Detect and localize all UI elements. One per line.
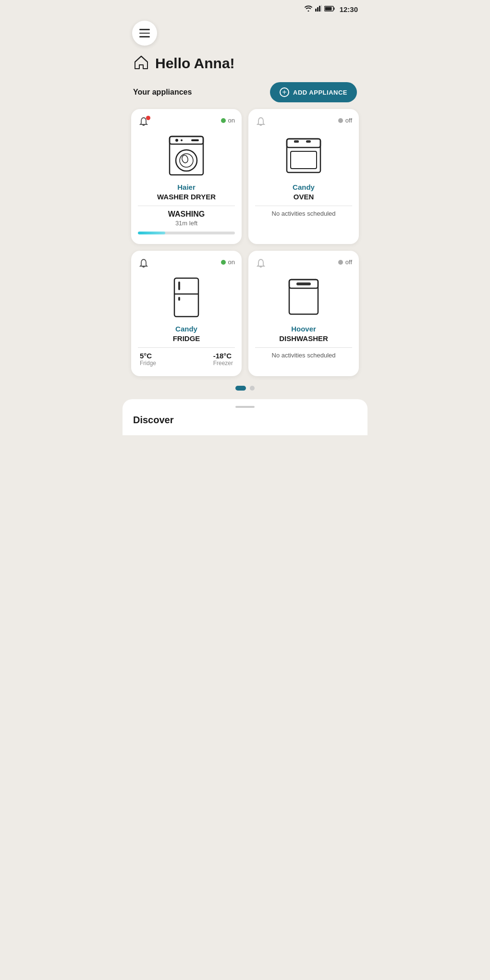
card-divider-dishwasher	[255, 347, 352, 348]
card-divider	[138, 206, 235, 206]
menu-line-3	[139, 36, 150, 37]
svg-rect-20	[306, 140, 311, 143]
fridge-icon-area	[138, 276, 235, 319]
dishwasher-brand: Hoover	[255, 325, 352, 333]
fridge-brand: Candy	[138, 325, 235, 333]
battery-icon	[324, 5, 335, 13]
status-off-indicator-dishwasher: off	[338, 258, 352, 266]
progress-track	[138, 232, 235, 234]
washer-icon-area	[138, 134, 235, 177]
washer-activity: WASHING	[138, 210, 235, 219]
svg-point-9	[176, 150, 197, 171]
appliances-grid: on Haier WASHER DRYER WASHING 31m left	[122, 109, 368, 376]
oven-brand: Candy	[255, 183, 352, 191]
plus-circle-icon: +	[280, 87, 289, 97]
oven-type: OVEN	[255, 193, 352, 201]
dishwasher-type: DISHWASHER	[255, 334, 352, 343]
svg-rect-24	[178, 297, 180, 301]
bell-alert-icon[interactable]	[138, 117, 149, 130]
svg-rect-14	[191, 139, 199, 141]
svg-rect-15	[287, 139, 320, 172]
washer-time-left: 31m left	[138, 220, 235, 227]
greeting-section: Hello Anna!	[122, 46, 368, 77]
status-icons	[304, 5, 335, 13]
fridge-temps-row: 5°C Fridge -18°C Freezer	[138, 352, 235, 367]
status-dot-off-dishwasher	[338, 260, 343, 265]
card-divider-oven	[255, 206, 352, 206]
oven-icon-area	[255, 134, 352, 177]
dishwasher-icon-area	[255, 276, 352, 319]
svg-rect-19	[294, 140, 299, 143]
bell-icon-oven[interactable]	[255, 117, 267, 130]
status-dot-off-oven	[338, 118, 343, 123]
status-off-label-dishwasher: off	[345, 258, 352, 266]
pagination-dot-2[interactable]	[250, 386, 255, 391]
bell-icon-dishwasher[interactable]	[255, 258, 267, 272]
status-dot-on-fridge	[221, 260, 226, 265]
svg-rect-17	[291, 151, 317, 169]
discover-handle[interactable]	[235, 406, 255, 408]
card-fridge[interactable]: on Candy FRIDGE 5°C Fridge -18°C Freezer	[131, 251, 242, 376]
card-top-row-fridge: on	[138, 258, 235, 272]
washer-type: WASHER DRYER	[138, 193, 235, 201]
status-off-indicator-oven: off	[338, 117, 352, 124]
status-time: 12:30	[340, 5, 358, 13]
bell-icon-fridge[interactable]	[138, 258, 149, 272]
svg-point-11	[181, 155, 189, 164]
pagination-dot-1[interactable]	[235, 386, 246, 391]
svg-rect-27	[296, 282, 311, 285]
home-icon	[133, 54, 149, 73]
appliances-label: Your appliances	[133, 88, 192, 97]
svg-rect-6	[325, 7, 331, 11]
dishwasher-no-activity: No activities scheduled	[255, 352, 352, 359]
card-divider-fridge	[138, 347, 235, 348]
status-on-indicator-fridge: on	[221, 258, 235, 266]
status-off-label-oven: off	[345, 117, 352, 124]
freezer-temp-label: Freezer	[213, 360, 233, 367]
svg-rect-3	[321, 5, 322, 12]
svg-rect-1	[317, 7, 318, 12]
fridge-temp-item: 5°C Fridge	[140, 352, 156, 367]
fridge-type: FRIDGE	[138, 334, 235, 343]
svg-rect-2	[319, 6, 320, 12]
svg-point-13	[181, 139, 183, 141]
discover-title: Discover	[133, 415, 357, 426]
fridge-temp-value: 5°C	[140, 352, 156, 360]
svg-point-12	[175, 139, 178, 142]
card-top-row-oven: off	[255, 117, 352, 130]
progress-fill	[138, 232, 165, 234]
menu-button[interactable]	[132, 21, 157, 46]
oven-no-activity: No activities scheduled	[255, 210, 352, 217]
greeting-text: Hello Anna!	[155, 55, 235, 72]
svg-rect-16	[287, 139, 320, 147]
svg-rect-21	[174, 278, 198, 317]
card-oven[interactable]: off Candy OVEN No activities scheduled	[248, 109, 359, 244]
status-on-label: on	[228, 117, 235, 124]
add-appliance-button[interactable]: + ADD APPLIANCE	[270, 82, 357, 102]
menu-line-1	[139, 29, 150, 30]
svg-rect-23	[178, 282, 180, 290]
wifi-icon	[304, 5, 313, 13]
freezer-temp-value: -18°C	[213, 352, 233, 360]
freezer-temp-item: -18°C Freezer	[213, 352, 233, 367]
washer-brand: Haier	[138, 183, 235, 191]
discover-panel: Discover	[122, 399, 368, 435]
card-top-row-dishwasher: off	[255, 258, 352, 272]
card-washer-dryer[interactable]: on Haier WASHER DRYER WASHING 31m left	[131, 109, 242, 244]
add-appliance-label: ADD APPLIANCE	[293, 89, 347, 96]
fridge-temp-label: Fridge	[140, 360, 156, 367]
card-dishwasher[interactable]: off Hoover DISHWASHER No activities sche…	[248, 251, 359, 376]
status-on-label-fridge: on	[228, 258, 235, 266]
pagination	[122, 386, 368, 391]
status-on-indicator: on	[221, 117, 235, 124]
signal-icon	[315, 5, 322, 13]
menu-line-2	[139, 33, 150, 34]
card-top-row: on	[138, 117, 235, 130]
bell-notification-dot	[146, 116, 150, 120]
status-dot-on	[221, 118, 226, 123]
svg-rect-5	[333, 8, 334, 10]
svg-rect-0	[315, 9, 317, 12]
status-bar: 12:30	[122, 0, 368, 16]
appliances-header: Your appliances + ADD APPLIANCE	[122, 77, 368, 109]
